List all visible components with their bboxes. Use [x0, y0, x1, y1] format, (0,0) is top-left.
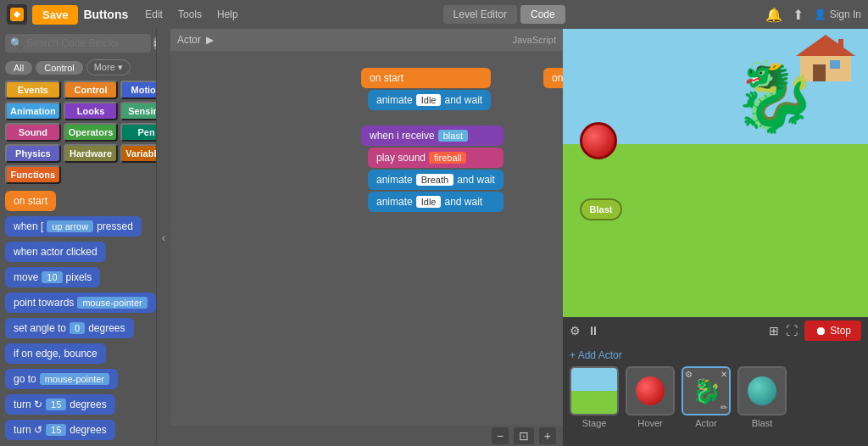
actor-thumb-stage[interactable]	[570, 366, 619, 415]
collapse-panel-button[interactable]: ‹	[157, 29, 170, 446]
ws-on-start2-header[interactable]: on start	[543, 68, 563, 88]
point-towards-value[interactable]: mouse-pointer	[77, 297, 147, 309]
actor-arrow-icon: ▶	[206, 34, 214, 46]
main-layout: 🔍 ✕ All Control More ▾ Events Control Mo…	[0, 29, 868, 446]
block-turn-cw[interactable]: turn ↻ 15 degrees	[5, 394, 115, 415]
ws-sound-value[interactable]: fireball	[429, 152, 466, 164]
ws-animate-idle2-value[interactable]: Idle	[416, 196, 442, 208]
actor-label-stage: Stage	[582, 418, 607, 428]
expand-button[interactable]: ⛶	[786, 324, 798, 337]
turn-cw-value[interactable]: 15	[46, 399, 66, 410]
cat-control[interactable]: Control	[64, 81, 119, 99]
cat-functions[interactable]: Functions	[5, 165, 61, 184]
block-group-on-start2: on start	[543, 68, 563, 88]
zoom-fit-button[interactable]: ⊡	[514, 427, 534, 444]
block-go-to[interactable]: go to mouse-pointer	[5, 369, 118, 389]
top-right-icons: 🔔 ⬆ 👤 Sign In	[765, 7, 861, 23]
ws-animate-breath-value[interactable]: Breath	[416, 174, 453, 186]
red-button[interactable]	[580, 122, 617, 159]
turn-ccw-value[interactable]: 15	[46, 424, 66, 436]
workspace-area[interactable]: on start animate Idle and wait when i re…	[170, 51, 563, 426]
cat-sensing[interactable]: Sensing	[120, 102, 157, 120]
block-when-key-pressed[interactable]: when [ up arrow pressed	[5, 216, 142, 237]
actor-close-icon[interactable]: ✕	[721, 370, 727, 379]
add-actor-button[interactable]: + Add Actor	[570, 349, 622, 361]
share-icon[interactable]: ⬆	[793, 7, 804, 23]
edit-menu[interactable]: Edit	[140, 7, 168, 22]
help-menu[interactable]: Help	[212, 7, 243, 22]
add-actor-bar: + Add Actor	[563, 344, 868, 366]
cat-hardware[interactable]: Hardware	[64, 144, 119, 163]
pause-button[interactable]: ⏸	[587, 324, 599, 337]
ws-animate-idle2[interactable]: animate Idle and wait	[368, 192, 504, 212]
hover-thumbnail	[636, 376, 665, 405]
angle-value[interactable]: 0	[70, 322, 85, 334]
sign-in-button[interactable]: 👤 Sign In	[814, 8, 861, 20]
ws-animate-idle-value[interactable]: Idle	[416, 94, 442, 106]
cat-variables[interactable]: Variables	[120, 144, 157, 163]
tab-all[interactable]: All	[5, 61, 32, 75]
category-tabs: All Control More ▾	[0, 58, 156, 77]
cat-animation[interactable]: Animation	[5, 102, 61, 120]
svg-rect-5	[838, 39, 843, 56]
cat-operators[interactable]: Operators	[64, 123, 119, 142]
blast-thumbnail	[748, 376, 776, 405]
grid-view-button[interactable]: ⊞	[769, 324, 779, 337]
search-icon: 🔍	[10, 37, 23, 49]
ws-receive-value[interactable]: blast	[438, 130, 468, 142]
block-when-actor-clicked[interactable]: when actor clicked	[5, 242, 106, 262]
block-if-on-edge-bounce[interactable]: if on edge, bounce	[5, 343, 106, 364]
zoom-in-button[interactable]: +	[539, 427, 556, 444]
block-turn-ccw[interactable]: turn ↺ 15 degrees	[5, 420, 115, 440]
actor-thumb-actor[interactable]: 🐉 ⚙ ✕ ✏	[682, 366, 731, 415]
block-point-towards[interactable]: point towards mouse-pointer	[5, 293, 156, 313]
blast-button[interactable]: Blast	[580, 198, 622, 220]
top-bar: Save Buttons Edit Tools Help Level Edito…	[0, 0, 868, 29]
block-move[interactable]: move 10 pixels	[5, 267, 100, 287]
ws-play-sound[interactable]: play sound fireball	[368, 148, 504, 168]
actor-thumbnail: 🐉	[692, 377, 721, 405]
ws-animate-breath[interactable]: animate Breath and wait	[368, 170, 504, 190]
cat-motion[interactable]: Motion	[120, 81, 157, 99]
go-to-value[interactable]: mouse-pointer	[40, 373, 109, 385]
notifications-icon[interactable]: 🔔	[765, 7, 782, 23]
tools-menu[interactable]: Tools	[173, 7, 207, 22]
cat-sound[interactable]: Sound	[5, 123, 61, 142]
actor-edit-icon[interactable]: ✏	[721, 403, 727, 412]
actor-thumb-hover[interactable]	[626, 366, 675, 415]
game-settings-icon[interactable]: ⚙	[570, 324, 581, 337]
actor-thumb-blast[interactable]	[737, 366, 787, 415]
ws-animate-idle[interactable]: animate Idle and wait	[368, 90, 491, 110]
level-editor-tab[interactable]: Level Editor	[443, 5, 517, 24]
svg-marker-2	[796, 35, 855, 56]
search-input[interactable]	[26, 37, 153, 49]
tab-control[interactable]: Control	[36, 61, 82, 75]
left-panel: 🔍 ✕ All Control More ▾ Events Control Mo…	[0, 29, 157, 446]
editor-tabs: Level Editor Code	[443, 5, 565, 24]
actor-bar: Actor ▶ JavaScript	[170, 29, 563, 51]
zoom-out-button[interactable]: −	[492, 427, 509, 444]
cat-pen[interactable]: Pen	[120, 123, 157, 142]
actor-label: Actor	[177, 34, 201, 46]
code-tab[interactable]: Code	[520, 5, 565, 24]
block-on-start[interactable]: on start	[5, 191, 56, 211]
move-value[interactable]: 10	[42, 271, 62, 283]
ws-when-receive-header[interactable]: when i receive blast	[361, 125, 504, 146]
cat-events[interactable]: Events	[5, 81, 61, 99]
javascript-label: JavaScript	[513, 35, 556, 45]
actor-gear-icon[interactable]: ⚙	[685, 370, 693, 379]
save-button[interactable]: Save	[32, 5, 78, 25]
user-icon: 👤	[814, 8, 826, 20]
stage-thumbnail	[571, 368, 617, 414]
key-value[interactable]: up arrow	[47, 220, 93, 232]
cat-physics[interactable]: Physics	[5, 144, 61, 163]
actor-label-hover: Hover	[637, 418, 662, 428]
ws-on-start-header[interactable]: on start	[361, 68, 491, 88]
cat-looks[interactable]: Looks	[64, 102, 119, 120]
game-canvas: 🐉 Blast	[563, 29, 868, 317]
tab-more[interactable]: More ▾	[86, 59, 131, 75]
stop-icon: ⏺	[815, 324, 826, 337]
block-set-angle[interactable]: set angle to 0 degrees	[5, 318, 134, 338]
block-group-blast: when i receive blast play sound fireball…	[361, 125, 504, 212]
stop-button[interactable]: ⏺ Stop	[804, 321, 861, 341]
